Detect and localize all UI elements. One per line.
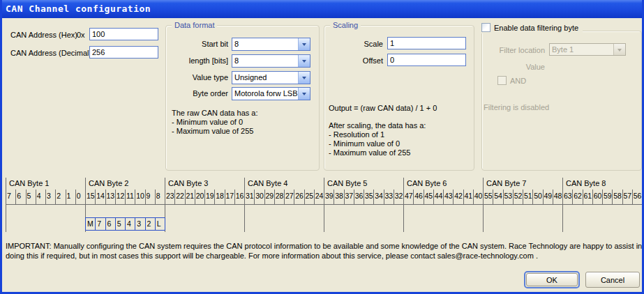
enable-filtering-label: Enable data filtering byte xyxy=(494,24,578,32)
bit-cell[interactable]: 39 xyxy=(324,189,334,204)
bit-cell[interactable]: 49 xyxy=(543,189,553,204)
bit-cell[interactable]: 51 xyxy=(523,189,532,204)
bit-cell[interactable]: 35 xyxy=(364,189,373,204)
bit-cell[interactable]: 1 xyxy=(66,189,75,204)
bit-cell[interactable]: 12 xyxy=(115,189,125,204)
bit-cell[interactable]: 20 xyxy=(195,189,204,204)
bit-cell[interactable]: 27 xyxy=(284,189,294,204)
bit-cell[interactable]: 38 xyxy=(334,189,343,204)
can-address-decimal-label: CAN Address (Decimal) xyxy=(10,49,91,57)
bit-cell[interactable]: 57 xyxy=(622,189,632,204)
bit-cell[interactable]: 53 xyxy=(503,189,513,204)
bit-cell[interactable]: 41 xyxy=(463,189,473,204)
title-bar[interactable]: CAN Channel configuration xyxy=(0,0,644,18)
bit-cell[interactable]: 6 xyxy=(15,189,25,204)
can-address-hex-input[interactable] xyxy=(89,28,158,40)
bit-cell[interactable]: 16 xyxy=(234,189,244,204)
length-bits-select[interactable]: 8 xyxy=(232,54,310,68)
bit-cell[interactable]: 26 xyxy=(294,189,304,204)
bit-cell[interactable]: 58 xyxy=(612,189,622,204)
bit-cell[interactable]: 15 xyxy=(85,189,95,204)
bit-cell[interactable]: 33 xyxy=(384,189,394,204)
bit-cell[interactable]: 47 xyxy=(403,189,413,204)
selected-bit-cell: 3 xyxy=(135,218,144,230)
filter-location-value: Byte 1 xyxy=(550,44,613,55)
byte-order-select[interactable]: Motorola forw LSB xyxy=(232,87,310,100)
bit-cell[interactable]: 37 xyxy=(344,189,354,204)
bit-cell[interactable]: 54 xyxy=(493,189,502,204)
can-bit-table: CAN Byte 1CAN Byte 2CAN Byte 3CAN Byte 4… xyxy=(6,178,642,232)
bit-cell[interactable]: 43 xyxy=(443,189,453,204)
byte-header: CAN Byte 4 xyxy=(244,178,324,189)
bit-cell[interactable]: 18 xyxy=(214,189,224,204)
bit-cell[interactable]: 14 xyxy=(95,189,105,204)
bit-cell[interactable]: 13 xyxy=(105,189,115,204)
bit-cell[interactable]: 25 xyxy=(304,189,314,204)
chevron-down-icon[interactable] xyxy=(298,88,310,100)
raw-data-info-line2: - Minimum value of 0 xyxy=(172,118,243,126)
bit-cell[interactable]: 24 xyxy=(314,189,324,204)
bit-cell[interactable]: 29 xyxy=(264,189,274,204)
bit-cell[interactable]: 23 xyxy=(165,189,174,204)
byte-header: CAN Byte 3 xyxy=(165,178,244,189)
bit-cell[interactable]: 55 xyxy=(483,189,493,204)
bit-cell[interactable]: 62 xyxy=(572,189,582,204)
bit-cell[interactable]: 46 xyxy=(413,189,423,204)
bit-cell[interactable]: 52 xyxy=(513,189,523,204)
bit-cell[interactable]: 40 xyxy=(473,189,483,204)
bit-cell[interactable]: 36 xyxy=(354,189,364,204)
enable-filtering-caption: Enable data filtering byte xyxy=(481,23,583,33)
scaling-group: Scaling Scale Offset Output = (raw CAN d… xyxy=(324,25,474,171)
bit-cell[interactable]: 21 xyxy=(185,189,195,204)
bit-cell[interactable]: 10 xyxy=(135,189,144,204)
cancel-button[interactable]: Cancel xyxy=(585,272,640,288)
bit-cell[interactable]: 31 xyxy=(244,189,254,204)
bit-cell[interactable]: 45 xyxy=(424,189,433,204)
bit-cell[interactable]: 17 xyxy=(225,189,234,204)
can-address-decimal-input[interactable] xyxy=(89,46,158,59)
byte-header: CAN Byte 1 xyxy=(6,178,85,189)
scale-input[interactable] xyxy=(387,37,466,49)
bit-cell[interactable]: 50 xyxy=(532,189,542,204)
bit-cell[interactable]: 56 xyxy=(632,189,642,204)
bit-cell[interactable]: 61 xyxy=(583,189,592,204)
bit-cell[interactable]: 34 xyxy=(373,189,383,204)
enable-filtering-checkbox[interactable] xyxy=(481,23,491,32)
bit-cell[interactable]: 2 xyxy=(55,189,65,204)
ok-button[interactable]: OK xyxy=(526,273,578,286)
scaled-info-line3: - Minimum value of 0 xyxy=(329,139,400,148)
scale-label: Scale xyxy=(324,40,383,48)
bit-cell[interactable]: 59 xyxy=(602,189,612,204)
start-bit-select[interactable]: 8 xyxy=(232,38,310,51)
bit-cell[interactable]: 32 xyxy=(394,189,403,204)
byte-lower-cell xyxy=(483,205,562,232)
byte-header: CAN Byte 8 xyxy=(562,178,642,189)
start-bit-value: 8 xyxy=(232,38,298,50)
bit-cell[interactable]: 60 xyxy=(592,189,602,204)
chevron-down-icon[interactable] xyxy=(298,38,310,50)
chevron-down-icon[interactable] xyxy=(298,55,310,67)
bit-cell[interactable]: 5 xyxy=(26,189,36,204)
value-type-select[interactable]: Unsigned xyxy=(232,71,310,84)
bit-cell[interactable]: 19 xyxy=(204,189,214,204)
bit-cell[interactable]: 11 xyxy=(125,189,135,204)
bit-cell[interactable]: 8 xyxy=(155,189,165,204)
bit-cell[interactable]: 63 xyxy=(562,189,572,204)
selected-bit-cell: 6 xyxy=(105,218,115,230)
bit-cell[interactable]: 42 xyxy=(453,189,463,204)
bit-cell[interactable]: 44 xyxy=(433,189,443,204)
bit-cell[interactable]: 28 xyxy=(274,189,284,204)
chevron-down-icon[interactable] xyxy=(298,72,310,84)
bit-cell[interactable]: 7 xyxy=(6,189,15,204)
filtering-status: Filtering is disabled xyxy=(484,103,549,111)
bit-cell[interactable]: 22 xyxy=(174,189,184,204)
bit-cell[interactable]: 48 xyxy=(553,189,562,204)
selected-bit-cell: 5 xyxy=(115,218,125,230)
byte-lower-cell xyxy=(403,205,483,232)
offset-input[interactable] xyxy=(387,54,466,66)
bit-cell[interactable]: 0 xyxy=(75,189,85,204)
bit-cell[interactable]: 30 xyxy=(254,189,264,204)
bit-cell[interactable]: 3 xyxy=(45,189,55,204)
bit-cell[interactable]: 9 xyxy=(145,189,155,204)
bit-cell[interactable]: 4 xyxy=(36,189,45,204)
